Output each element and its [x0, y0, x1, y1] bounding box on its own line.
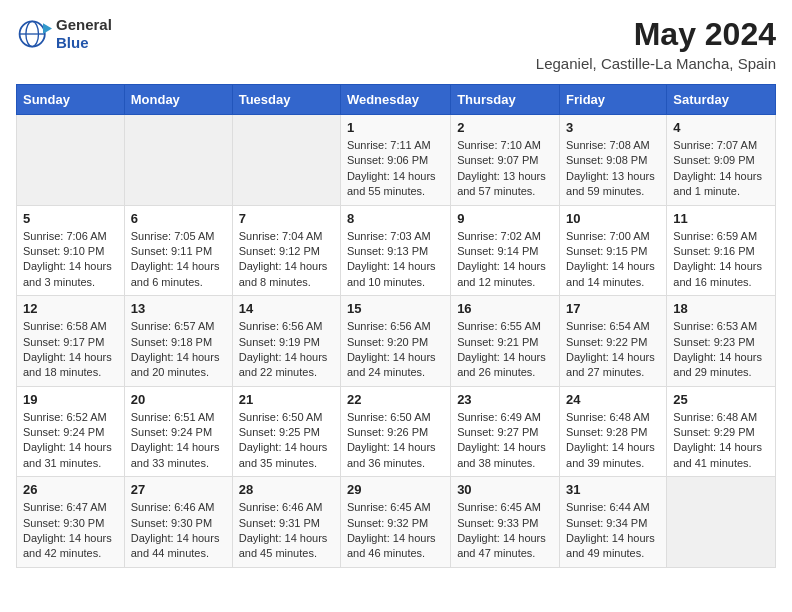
- day-info: Sunrise: 7:10 AM Sunset: 9:07 PM Dayligh…: [457, 138, 553, 200]
- col-header-monday: Monday: [124, 85, 232, 115]
- week-row-1: 1Sunrise: 7:11 AM Sunset: 9:06 PM Daylig…: [17, 115, 776, 206]
- calendar-cell: 5Sunrise: 7:06 AM Sunset: 9:10 PM Daylig…: [17, 205, 125, 296]
- col-header-saturday: Saturday: [667, 85, 776, 115]
- day-info: Sunrise: 7:11 AM Sunset: 9:06 PM Dayligh…: [347, 138, 444, 200]
- day-number: 8: [347, 211, 444, 226]
- day-info: Sunrise: 6:45 AM Sunset: 9:32 PM Dayligh…: [347, 500, 444, 562]
- day-number: 9: [457, 211, 553, 226]
- day-info: Sunrise: 6:57 AM Sunset: 9:18 PM Dayligh…: [131, 319, 226, 381]
- title-block: May 2024 Leganiel, Castille-La Mancha, S…: [536, 16, 776, 72]
- day-info: Sunrise: 6:45 AM Sunset: 9:33 PM Dayligh…: [457, 500, 553, 562]
- calendar-cell: 8Sunrise: 7:03 AM Sunset: 9:13 PM Daylig…: [340, 205, 450, 296]
- calendar-cell: [17, 115, 125, 206]
- day-number: 27: [131, 482, 226, 497]
- calendar-cell: [667, 477, 776, 568]
- day-info: Sunrise: 6:56 AM Sunset: 9:20 PM Dayligh…: [347, 319, 444, 381]
- day-number: 3: [566, 120, 660, 135]
- col-header-friday: Friday: [560, 85, 667, 115]
- calendar-cell: 21Sunrise: 6:50 AM Sunset: 9:25 PM Dayli…: [232, 386, 340, 477]
- day-info: Sunrise: 6:49 AM Sunset: 9:27 PM Dayligh…: [457, 410, 553, 472]
- week-row-3: 12Sunrise: 6:58 AM Sunset: 9:17 PM Dayli…: [17, 296, 776, 387]
- day-info: Sunrise: 7:00 AM Sunset: 9:15 PM Dayligh…: [566, 229, 660, 291]
- calendar-cell: 18Sunrise: 6:53 AM Sunset: 9:23 PM Dayli…: [667, 296, 776, 387]
- day-number: 28: [239, 482, 334, 497]
- calendar-cell: 25Sunrise: 6:48 AM Sunset: 9:29 PM Dayli…: [667, 386, 776, 477]
- day-number: 21: [239, 392, 334, 407]
- day-info: Sunrise: 7:07 AM Sunset: 9:09 PM Dayligh…: [673, 138, 769, 200]
- calendar-cell: 16Sunrise: 6:55 AM Sunset: 9:21 PM Dayli…: [451, 296, 560, 387]
- day-info: Sunrise: 6:50 AM Sunset: 9:25 PM Dayligh…: [239, 410, 334, 472]
- calendar-cell: 24Sunrise: 6:48 AM Sunset: 9:28 PM Dayli…: [560, 386, 667, 477]
- calendar-cell: 26Sunrise: 6:47 AM Sunset: 9:30 PM Dayli…: [17, 477, 125, 568]
- day-number: 22: [347, 392, 444, 407]
- day-number: 11: [673, 211, 769, 226]
- day-info: Sunrise: 7:03 AM Sunset: 9:13 PM Dayligh…: [347, 229, 444, 291]
- day-info: Sunrise: 7:05 AM Sunset: 9:11 PM Dayligh…: [131, 229, 226, 291]
- day-info: Sunrise: 6:44 AM Sunset: 9:34 PM Dayligh…: [566, 500, 660, 562]
- calendar-cell: [232, 115, 340, 206]
- day-number: 13: [131, 301, 226, 316]
- day-info: Sunrise: 6:51 AM Sunset: 9:24 PM Dayligh…: [131, 410, 226, 472]
- calendar-cell: 10Sunrise: 7:00 AM Sunset: 9:15 PM Dayli…: [560, 205, 667, 296]
- calendar-cell: 17Sunrise: 6:54 AM Sunset: 9:22 PM Dayli…: [560, 296, 667, 387]
- calendar-cell: 1Sunrise: 7:11 AM Sunset: 9:06 PM Daylig…: [340, 115, 450, 206]
- day-number: 7: [239, 211, 334, 226]
- calendar-cell: 2Sunrise: 7:10 AM Sunset: 9:07 PM Daylig…: [451, 115, 560, 206]
- calendar-header: SundayMondayTuesdayWednesdayThursdayFrid…: [17, 85, 776, 115]
- calendar-cell: 27Sunrise: 6:46 AM Sunset: 9:30 PM Dayli…: [124, 477, 232, 568]
- day-info: Sunrise: 7:06 AM Sunset: 9:10 PM Dayligh…: [23, 229, 118, 291]
- calendar-body: 1Sunrise: 7:11 AM Sunset: 9:06 PM Daylig…: [17, 115, 776, 568]
- day-info: Sunrise: 6:48 AM Sunset: 9:29 PM Dayligh…: [673, 410, 769, 472]
- calendar-cell: 15Sunrise: 6:56 AM Sunset: 9:20 PM Dayli…: [340, 296, 450, 387]
- day-number: 1: [347, 120, 444, 135]
- calendar-cell: 31Sunrise: 6:44 AM Sunset: 9:34 PM Dayli…: [560, 477, 667, 568]
- week-row-5: 26Sunrise: 6:47 AM Sunset: 9:30 PM Dayli…: [17, 477, 776, 568]
- calendar-cell: 22Sunrise: 6:50 AM Sunset: 9:26 PM Dayli…: [340, 386, 450, 477]
- calendar-cell: 19Sunrise: 6:52 AM Sunset: 9:24 PM Dayli…: [17, 386, 125, 477]
- page-header: General Blue May 2024 Leganiel, Castille…: [16, 16, 776, 72]
- calendar-cell: 6Sunrise: 7:05 AM Sunset: 9:11 PM Daylig…: [124, 205, 232, 296]
- calendar-cell: 12Sunrise: 6:58 AM Sunset: 9:17 PM Dayli…: [17, 296, 125, 387]
- day-number: 12: [23, 301, 118, 316]
- day-info: Sunrise: 6:48 AM Sunset: 9:28 PM Dayligh…: [566, 410, 660, 472]
- main-title: May 2024: [536, 16, 776, 53]
- calendar-cell: [124, 115, 232, 206]
- calendar-cell: 20Sunrise: 6:51 AM Sunset: 9:24 PM Dayli…: [124, 386, 232, 477]
- day-info: Sunrise: 6:46 AM Sunset: 9:30 PM Dayligh…: [131, 500, 226, 562]
- logo-text: General Blue: [56, 16, 112, 52]
- day-number: 16: [457, 301, 553, 316]
- calendar-table: SundayMondayTuesdayWednesdayThursdayFrid…: [16, 84, 776, 568]
- day-info: Sunrise: 7:04 AM Sunset: 9:12 PM Dayligh…: [239, 229, 334, 291]
- logo-icon: [16, 16, 52, 52]
- day-number: 10: [566, 211, 660, 226]
- day-info: Sunrise: 6:59 AM Sunset: 9:16 PM Dayligh…: [673, 229, 769, 291]
- day-info: Sunrise: 7:02 AM Sunset: 9:14 PM Dayligh…: [457, 229, 553, 291]
- day-number: 24: [566, 392, 660, 407]
- day-info: Sunrise: 6:46 AM Sunset: 9:31 PM Dayligh…: [239, 500, 334, 562]
- day-number: 25: [673, 392, 769, 407]
- day-info: Sunrise: 6:47 AM Sunset: 9:30 PM Dayligh…: [23, 500, 118, 562]
- calendar-cell: 28Sunrise: 6:46 AM Sunset: 9:31 PM Dayli…: [232, 477, 340, 568]
- calendar-cell: 23Sunrise: 6:49 AM Sunset: 9:27 PM Dayli…: [451, 386, 560, 477]
- day-number: 5: [23, 211, 118, 226]
- day-number: 18: [673, 301, 769, 316]
- calendar-cell: 9Sunrise: 7:02 AM Sunset: 9:14 PM Daylig…: [451, 205, 560, 296]
- day-number: 30: [457, 482, 553, 497]
- logo-line2: Blue: [56, 34, 112, 52]
- day-info: Sunrise: 6:58 AM Sunset: 9:17 PM Dayligh…: [23, 319, 118, 381]
- col-header-wednesday: Wednesday: [340, 85, 450, 115]
- day-number: 26: [23, 482, 118, 497]
- day-number: 15: [347, 301, 444, 316]
- day-number: 4: [673, 120, 769, 135]
- day-number: 23: [457, 392, 553, 407]
- day-number: 20: [131, 392, 226, 407]
- day-number: 29: [347, 482, 444, 497]
- col-header-thursday: Thursday: [451, 85, 560, 115]
- day-info: Sunrise: 6:52 AM Sunset: 9:24 PM Dayligh…: [23, 410, 118, 472]
- day-info: Sunrise: 6:54 AM Sunset: 9:22 PM Dayligh…: [566, 319, 660, 381]
- logo: General Blue: [16, 16, 112, 52]
- header-row: SundayMondayTuesdayWednesdayThursdayFrid…: [17, 85, 776, 115]
- calendar-cell: 30Sunrise: 6:45 AM Sunset: 9:33 PM Dayli…: [451, 477, 560, 568]
- calendar-cell: 14Sunrise: 6:56 AM Sunset: 9:19 PM Dayli…: [232, 296, 340, 387]
- logo-line1: General: [56, 16, 112, 34]
